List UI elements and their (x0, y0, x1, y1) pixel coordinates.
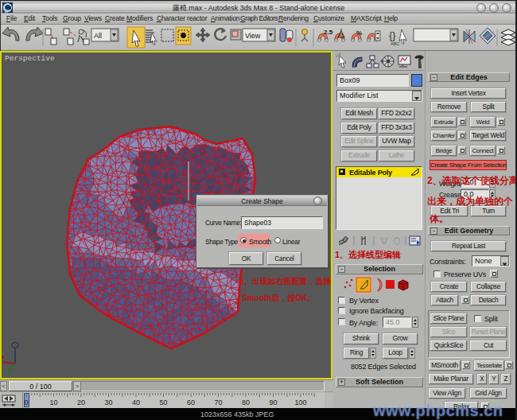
svg-text:x: x (2, 353, 5, 360)
svg-text:60: 60 (187, 399, 195, 406)
svg-text:90: 90 (269, 399, 277, 406)
svg-text:20: 20 (77, 399, 85, 406)
svg-text:0: 0 (24, 399, 28, 406)
svg-text:%: % (356, 29, 362, 37)
svg-text:10: 10 (49, 399, 57, 406)
svg-text:80: 80 (242, 399, 250, 406)
svg-text:30: 30 (104, 399, 112, 406)
svg-text:ABC: ABC (391, 41, 399, 46)
svg-text:100: 100 (294, 399, 306, 406)
svg-text:40: 40 (132, 399, 140, 406)
svg-text:70: 70 (214, 399, 222, 406)
svg-text:50: 50 (159, 399, 167, 406)
svg-text:{}: {} (389, 29, 396, 41)
svg-text:y: y (8, 368, 11, 374)
